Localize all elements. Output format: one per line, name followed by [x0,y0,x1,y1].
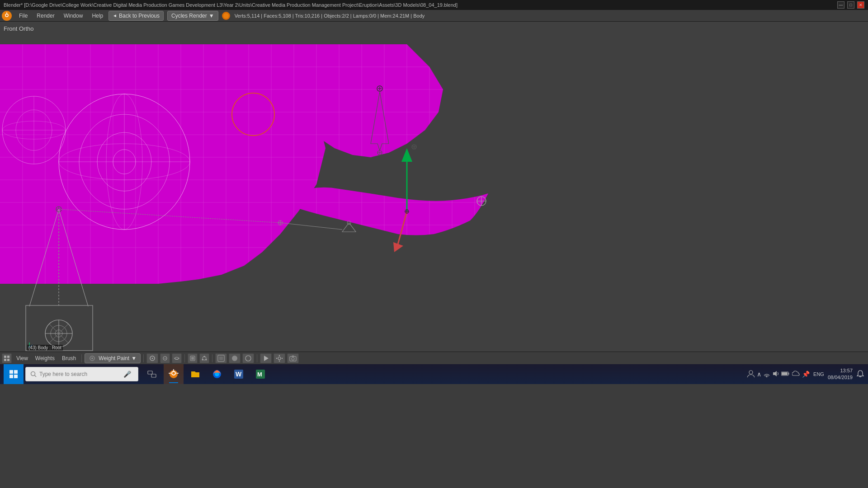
arm-mesh-shape [294,188,488,235]
svg-point-84 [165,358,165,359]
vertex-button[interactable] [199,353,209,363]
mic-icon: 🎤 [123,371,131,378]
back-arrow-icon: ◄ [113,13,117,18]
cycles-render-button[interactable]: Cycles Render ▼ [167,11,218,21]
armature-box [26,305,93,351]
toolbar-divider-2 [143,354,144,362]
cycles-dropdown-icon: ▼ [209,13,214,19]
svg-rect-103 [14,370,18,374]
svg-text:M: M [257,371,262,378]
toolbar-divider-1 [81,354,82,362]
viewport-label: Front Ortho [4,25,33,32]
body-top-right [307,44,443,157]
svg-rect-105 [14,375,18,378]
weights-menu-label[interactable]: Weights [33,354,57,362]
tray-expand-icon[interactable]: ∧ [757,371,761,378]
network-icon[interactable] [763,370,770,379]
title-text: Blender* [D:\Google Drive\College Work\C… [4,2,458,8]
taskbar-right: ∧ [747,367,864,381]
proportional-edit-button[interactable] [160,353,170,363]
svg-rect-104 [9,375,13,378]
render-preview-button[interactable] [260,353,272,363]
svg-rect-77 [4,359,6,361]
snap-button[interactable] [146,353,158,363]
svg-point-96 [279,355,280,356]
notifications-icon[interactable] [856,370,864,379]
svg-point-106 [31,372,35,376]
draw-button[interactable] [188,353,198,363]
menu-bar: File Render Window Help ◄ Back to Previo… [0,10,868,22]
toolbar-divider-4 [212,354,212,362]
title-bar: Blender* [D:\Google Drive\College Work\C… [0,0,868,10]
blender-version-logo [222,12,230,20]
solid-button[interactable] [229,353,241,363]
taskbar-explorer-app[interactable] [185,364,205,384]
svg-point-98 [276,357,277,358]
taskbar-clock[interactable]: 13:57 08/04/2019 [828,367,853,381]
settings-button[interactable] [274,353,285,363]
svg-point-95 [278,357,281,360]
status-text: Verts:5,114 | Faces:5,108 | Tris:10,216 … [235,13,425,19]
close-button[interactable]: ✕ [857,1,864,9]
svg-text:W: W [236,371,242,378]
svg-point-93 [245,356,251,361]
search-bar[interactable]: 🎤 [25,367,138,381]
3d-viewport[interactable]: x Front Ortho (43) Body : Root [0,22,868,352]
svg-point-82 [152,357,153,359]
svg-rect-109 [151,374,156,377]
mode-dropdown-button[interactable]: Weight Paint ▼ [85,353,141,363]
file-menu[interactable]: File [15,11,31,21]
taskbar-time: 13:57 [828,367,853,374]
battery-icon[interactable] [781,370,790,379]
cloud-sync-icon[interactable] [792,370,800,379]
svg-rect-76 [7,356,9,358]
orbit-button[interactable] [172,353,182,363]
blender-logo[interactable] [2,11,12,21]
taskbar-word-app[interactable]: W [229,364,249,384]
svg-rect-108 [148,371,152,374]
wireframe-button[interactable] [242,353,254,363]
view-toggle-btn[interactable] [2,353,12,363]
window-menu[interactable]: Window [60,11,87,21]
brush-menu-label[interactable]: Brush [59,354,79,362]
task-view-button[interactable] [142,364,162,384]
svg-rect-86 [191,357,194,360]
back-to-previous-button[interactable]: ◄ Back to Previous [108,11,164,21]
bone-triangle [342,223,356,232]
volume-icon[interactable] [772,370,779,379]
toolbar-divider-3 [184,354,185,362]
viewport-canvas: x [0,22,868,352]
taskbar-firefox-app[interactable] [207,364,227,384]
taskbar-date: 08/04/2019 [828,374,853,381]
pin-icon[interactable]: 📌 [802,371,810,378]
search-icon [30,371,37,377]
svg-point-80 [91,357,93,359]
search-input[interactable] [39,371,121,377]
maximize-button[interactable]: □ [847,1,854,9]
taskbar-misc-app[interactable]: M [250,364,270,384]
taskbar-apps: W M [142,364,270,384]
camera-button[interactable] [287,353,299,363]
start-button[interactable] [4,364,24,384]
mode-dropdown-icon: ▼ [131,355,137,361]
svg-point-3 [223,13,229,19]
help-menu[interactable]: Help [88,11,107,21]
texture-button[interactable] [215,353,227,363]
window-controls: — □ ✕ [837,1,864,9]
svg-rect-78 [7,359,9,361]
svg-rect-102 [9,370,13,374]
people-icon[interactable] [747,370,755,379]
svg-point-90 [202,359,203,360]
minimize-button[interactable]: — [837,1,844,9]
taskbar: 🎤 [0,364,868,384]
svg-point-121 [749,371,753,374]
render-menu[interactable]: Render [33,11,58,21]
svg-point-101 [292,357,294,360]
system-tray: ∧ [747,370,810,379]
language-indicator[interactable]: ENG [813,371,824,377]
svg-line-107 [35,375,37,377]
view-menu-label[interactable]: View [14,354,31,362]
svg-point-89 [206,359,207,360]
svg-rect-75 [4,356,6,358]
taskbar-blender-app[interactable] [164,364,184,384]
